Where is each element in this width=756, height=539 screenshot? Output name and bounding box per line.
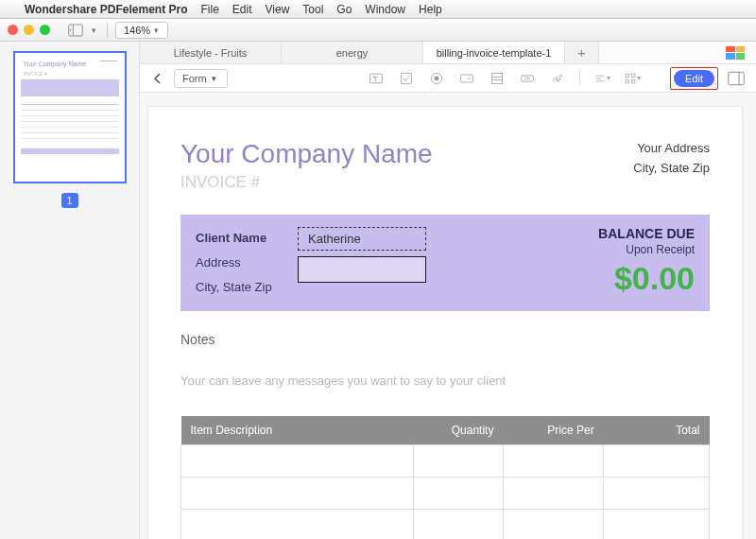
- client-address-field[interactable]: [298, 256, 426, 283]
- close-icon[interactable]: [8, 25, 18, 35]
- align-icon[interactable]: ▾: [593, 70, 610, 87]
- table-row[interactable]: [181, 478, 710, 510]
- signature-icon[interactable]: [549, 70, 566, 87]
- panel-toggle-icon[interactable]: [726, 70, 747, 87]
- company-address: Your Address City, State Zip: [633, 139, 710, 179]
- zoom-value: 146%: [124, 25, 150, 36]
- chevron-down-icon[interactable]: ▾: [92, 26, 99, 35]
- line-items-table: Item Description Quantity Price Per Tota…: [180, 416, 710, 539]
- svg-rect-7: [491, 73, 502, 83]
- svg-rect-0: [69, 25, 83, 36]
- menu-file[interactable]: File: [201, 3, 219, 16]
- balance-due-label: BALANCE DUE: [598, 226, 695, 241]
- listbox-icon[interactable]: [489, 70, 506, 87]
- th-total: Total: [604, 416, 710, 445]
- document-viewport[interactable]: Your Company Name INVOICE # Your Address…: [140, 93, 756, 539]
- th-price: Price Per: [503, 416, 603, 445]
- edit-button-highlight: Edit: [670, 67, 718, 90]
- svg-rect-6: [460, 75, 472, 82]
- svg-rect-16: [631, 74, 635, 78]
- menu-edit[interactable]: Edit: [232, 3, 252, 16]
- notes-heading: Notes: [180, 332, 710, 347]
- maximize-icon[interactable]: [40, 25, 50, 35]
- tab-billing-invoice[interactable]: billing-invoice-template-1: [423, 42, 565, 63]
- invoice-label: INVOICE #: [180, 173, 433, 192]
- form-tool-icons: OK ▾ ▾: [368, 70, 641, 87]
- radio-icon[interactable]: [428, 70, 445, 87]
- address-line-2: City, State Zip: [633, 159, 710, 179]
- svg-rect-2: [369, 74, 382, 83]
- edit-button[interactable]: Edit: [674, 70, 714, 87]
- client-csz-label: City, State Zip: [196, 275, 298, 300]
- svg-point-5: [434, 76, 438, 80]
- balance-amount: $0.00: [598, 260, 695, 297]
- svg-rect-18: [631, 79, 635, 83]
- client-address-label: Address: [196, 251, 298, 275]
- menu-help[interactable]: Help: [419, 3, 442, 16]
- more-tools-icon[interactable]: ▾: [624, 70, 641, 87]
- form-mode-dropdown[interactable]: Form ▾: [174, 69, 228, 88]
- menu-go[interactable]: Go: [336, 3, 352, 16]
- page-number-badge[interactable]: 1: [61, 193, 78, 208]
- document-tabs: Lifestyle - Fruits energy billing-invoic…: [140, 42, 756, 64]
- menu-window[interactable]: Window: [365, 3, 405, 16]
- chevron-down-icon: ▾: [154, 26, 162, 35]
- svg-text:OK: OK: [524, 76, 531, 80]
- window-titlebar: ▾ 146% ▾: [0, 19, 756, 42]
- th-description: Item Description: [181, 416, 414, 445]
- menu-view[interactable]: View: [266, 3, 290, 16]
- svg-rect-15: [626, 74, 629, 78]
- svg-rect-3: [401, 73, 411, 83]
- balance-due-sub: Upon Receipt: [598, 243, 695, 256]
- th-quantity: Quantity: [413, 416, 503, 445]
- menu-tool[interactable]: Tool: [302, 3, 323, 16]
- sidebar-toggle-icon[interactable]: [65, 22, 86, 39]
- back-icon[interactable]: [149, 72, 166, 85]
- company-name: Your Company Name: [180, 139, 433, 169]
- page-thumbnail[interactable]: Your Company Name INVOICE #: [13, 51, 127, 183]
- mac-menubar: Wondershare PDFelement Pro File Edit Vie…: [0, 0, 756, 19]
- svg-rect-17: [626, 79, 629, 83]
- app-title[interactable]: Wondershare PDFelement Pro: [25, 3, 188, 16]
- svg-rect-19: [729, 72, 745, 85]
- notes-placeholder: Your can leave any messages you want to …: [180, 374, 710, 388]
- document-page: Your Company Name INVOICE # Your Address…: [147, 106, 743, 539]
- address-line-1: Your Address: [633, 139, 710, 159]
- minimize-icon[interactable]: [24, 25, 34, 35]
- zoom-select[interactable]: 146% ▾: [115, 22, 168, 39]
- new-tab-button[interactable]: +: [565, 42, 599, 63]
- button-icon[interactable]: OK: [519, 70, 536, 87]
- checkbox-icon[interactable]: [398, 70, 415, 87]
- table-row[interactable]: [181, 510, 710, 540]
- separator: [107, 23, 108, 38]
- tab-lifestyle[interactable]: Lifestyle - Fruits: [140, 42, 282, 63]
- toolbar: Form ▾ OK ▾ ▾ Edit: [140, 64, 756, 93]
- thumbnail-sidebar: Your Company Name INVOICE # 1: [0, 42, 140, 539]
- table-row[interactable]: [181, 445, 710, 478]
- client-balance-band: Client Name Address City, State Zip Kath…: [180, 215, 710, 311]
- window-controls: [8, 25, 50, 35]
- tab-energy[interactable]: energy: [282, 42, 423, 63]
- wondershare-icon[interactable]: [726, 46, 745, 60]
- client-name-field[interactable]: Katherine: [298, 227, 426, 251]
- form-label: Form: [182, 73, 207, 84]
- thumbnail-preview: Your Company Name INVOICE #: [21, 59, 119, 176]
- client-name-label: Client Name: [196, 226, 298, 251]
- chevron-down-icon: ▾: [212, 74, 219, 83]
- text-field-icon[interactable]: [368, 70, 385, 87]
- dropdown-icon[interactable]: [458, 70, 475, 87]
